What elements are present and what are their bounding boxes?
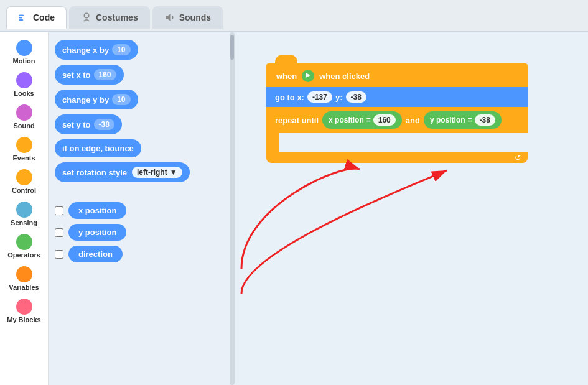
repeat-until-block[interactable]: repeat until x position = 160 and y posi…	[266, 107, 528, 133]
main-area: Motion Looks Sound Events Control Sensin…	[0, 32, 588, 385]
block-change-x[interactable]: change x by 10	[55, 40, 138, 60]
direction-row: direction	[55, 246, 228, 262]
variables-label: Variables	[9, 284, 39, 291]
sidebar-item-sound[interactable]: Sound	[2, 102, 47, 132]
operators-label: Operators	[7, 251, 40, 259]
tab-sounds[interactable]: Sounds	[152, 6, 223, 29]
svg-rect-1	[19, 17, 22, 18]
goto-y-value: -38	[346, 91, 366, 103]
events-label: Events	[12, 154, 35, 162]
motion-label: Motion	[12, 57, 35, 65]
sound-label: Sound	[13, 122, 34, 129]
blocks-panel: change x by 10 set x to 160 change y by …	[49, 32, 235, 385]
x-pos-label-canvas: x position	[329, 116, 364, 124]
when-label: when	[276, 72, 297, 81]
category-sidebar: Motion Looks Sound Events Control Sensin…	[0, 32, 49, 385]
control-dot	[16, 169, 32, 185]
block-direction[interactable]: direction	[68, 246, 123, 262]
goto-label: go to x:	[275, 93, 304, 102]
y-val-canvas: -38	[475, 114, 495, 126]
scroll-thumb	[230, 35, 234, 60]
block-set-y-label: set y to	[62, 120, 91, 129]
y-position-row: y position	[55, 224, 228, 241]
arrow-y-position	[241, 170, 447, 294]
tab-costumes-label: Costumes	[96, 12, 138, 22]
tab-bar: Code Costumes Sounds	[0, 0, 588, 32]
x-position-checkbox[interactable]	[55, 206, 63, 215]
svg-marker-5	[306, 73, 310, 78]
arrow-x-position	[241, 169, 360, 269]
block-y-position[interactable]: y position	[68, 224, 126, 241]
sidebar-item-sensing[interactable]: Sensing	[2, 199, 47, 229]
equals2: =	[468, 116, 472, 124]
x-position-row: x position	[55, 202, 228, 219]
block-change-y-label: change y by	[62, 95, 109, 104]
svg-marker-4	[166, 14, 171, 21]
sidebar-item-events[interactable]: Events	[2, 134, 47, 164]
block-change-y-value: 10	[112, 94, 130, 105]
repeat-inner-area	[279, 133, 528, 152]
block-set-y-value: -38	[94, 119, 114, 130]
block-rotation-style-label: set rotation style	[62, 168, 127, 177]
repeat-body	[266, 133, 528, 152]
sensing-dot	[16, 202, 32, 218]
block-set-y[interactable]: set y to -38	[55, 114, 122, 134]
block-x-position-label: x position	[78, 206, 116, 215]
sidebar-item-variables[interactable]: Variables	[2, 264, 47, 294]
goto-x-value: -137	[307, 91, 332, 103]
repeat-left-rail	[266, 133, 279, 152]
sidebar-item-motion[interactable]: Motion	[2, 37, 47, 67]
direction-checkbox[interactable]	[55, 250, 63, 259]
myblocks-label: My Blocks	[7, 316, 40, 323]
recycle-icon: ↺	[515, 153, 521, 162]
repeat-until-label: repeat until	[275, 116, 319, 125]
block-set-x-value: 160	[94, 69, 116, 80]
hat-bump	[275, 55, 297, 65]
sidebar-item-operators[interactable]: Operators	[2, 231, 47, 261]
sidebar-item-control[interactable]: Control	[2, 167, 47, 197]
sound-dot	[16, 104, 32, 121]
svg-point-3	[84, 13, 89, 18]
block-rotation-style[interactable]: set rotation style left-right ▼	[55, 162, 190, 182]
control-label: Control	[12, 187, 36, 194]
x-val-canvas: 160	[373, 114, 396, 126]
sound-tab-icon	[164, 12, 175, 23]
sidebar-item-looks[interactable]: Looks	[2, 70, 47, 100]
block-set-x-label: set x to	[62, 70, 91, 80]
events-dot	[16, 137, 32, 153]
hat-block[interactable]: when when clicked	[266, 63, 528, 87]
y-position-checkbox[interactable]	[55, 228, 63, 237]
motion-dot	[16, 40, 32, 56]
rotation-dropdown[interactable]: left-right ▼	[132, 167, 182, 178]
goto-block[interactable]: go to x: -137 y: -38	[266, 87, 528, 107]
block-change-y[interactable]: change y by 10	[55, 90, 138, 109]
looks-label: Looks	[14, 90, 34, 97]
block-if-on-edge[interactable]: if on edge, bounce	[55, 139, 141, 157]
scrollbar[interactable]	[230, 32, 235, 385]
sensing-label: Sensing	[11, 219, 37, 226]
dropdown-chevron-icon: ▼	[170, 168, 177, 177]
flag-icon	[302, 70, 314, 82]
block-y-position-label: y position	[78, 228, 116, 237]
svg-rect-2	[19, 19, 24, 21]
goto-y-label: y:	[335, 93, 343, 102]
canvas-block-stack[interactable]: when when clicked go to x: -137 y: -38	[266, 63, 528, 163]
flag-svg	[304, 72, 312, 80]
tab-code-label: Code	[33, 12, 55, 22]
block-change-x-label: change x by	[62, 45, 109, 55]
block-set-x[interactable]: set x to 160	[55, 65, 124, 85]
tab-code[interactable]: Code	[6, 6, 67, 29]
code-icon	[18, 12, 29, 23]
tab-sounds-label: Sounds	[179, 12, 211, 22]
and-label-canvas: and	[406, 116, 420, 125]
block-direction-label: direction	[78, 249, 113, 259]
tab-costumes[interactable]: Costumes	[69, 6, 150, 29]
sidebar-item-myblocks[interactable]: My Blocks	[2, 296, 47, 326]
block-change-x-value: 10	[112, 44, 130, 55]
y-pos-label-canvas: y position	[430, 116, 465, 124]
svg-rect-0	[19, 14, 24, 16]
block-x-position[interactable]: x position	[68, 202, 126, 219]
x-position-pill: x position = 160	[322, 111, 402, 129]
y-position-pill: y position = -38	[424, 111, 502, 129]
spacer	[55, 187, 228, 197]
